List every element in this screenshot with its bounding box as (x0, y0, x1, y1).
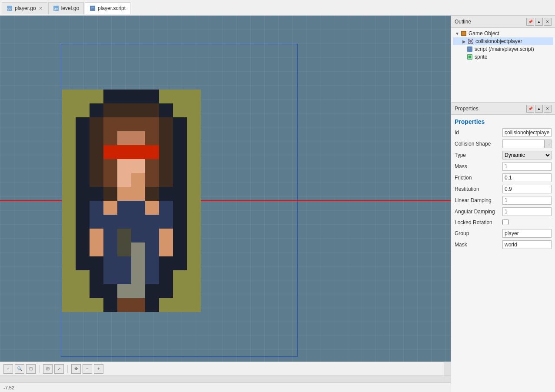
tree-item-collision[interactable]: ▶ collisionobjectplayer (453, 37, 553, 45)
svg-text:go: go (54, 7, 58, 10)
svg-text:go: go (7, 7, 11, 10)
outline-close-btn[interactable]: ✕ (544, 18, 552, 26)
tree-expand-gameobject: ▼ (455, 31, 460, 36)
scrollbar-vertical[interactable] (444, 362, 451, 375)
prop-input-restitution[interactable] (502, 185, 552, 193)
prop-row-group: Group (451, 228, 555, 239)
prop-label-restitution: Restitution (455, 186, 502, 192)
svg-rect-2 (91, 8, 93, 8)
window-controls: 📌 ▲ ✕ (526, 18, 552, 26)
toolbar-separator-2 (67, 365, 68, 373)
prop-row-linear-damping: Linear Damping (451, 195, 555, 206)
outline-float-btn[interactable]: ▲ (535, 18, 543, 26)
editor-area: ⌂ 🔍 ⊡ ⊞ ⤢ ✥ − + -7.52 (0, 16, 451, 392)
svg-rect-1 (91, 7, 94, 7)
plus-button[interactable]: + (94, 364, 103, 374)
sprite-character (62, 90, 201, 313)
minus-button[interactable]: − (83, 364, 92, 374)
sprite-canvas (62, 90, 201, 312)
prop-label-angular-damping: Angular Damping (455, 209, 502, 215)
svg-rect-14 (468, 49, 471, 49)
tab-level-go[interactable]: go level.go (48, 2, 84, 14)
editor-bottom: ⌂ 🔍 ⊡ ⊞ ⤢ ✥ − + (0, 362, 451, 382)
prop-input-collision-shape[interactable] (502, 140, 545, 148)
tree-item-script-label: script (/main/player.script) (475, 46, 534, 52)
outline-panel-header: Outline 📌 ▲ ✕ (451, 16, 555, 28)
home-button[interactable]: ⌂ (3, 364, 13, 374)
snap-button[interactable]: ⤢ (54, 364, 64, 374)
prop-checkbox-locked-rotation[interactable] (502, 219, 508, 225)
prop-value-group (502, 229, 552, 238)
svg-rect-13 (468, 48, 472, 48)
outline-header-controls: 📌 ▲ ✕ (526, 18, 552, 26)
toolbar-separator-1 (39, 365, 40, 373)
zoom-in-button[interactable]: 🔍 (15, 364, 24, 374)
tab-level-go-label: level.go (61, 5, 79, 11)
script-tree-icon (467, 46, 473, 52)
prop-select-type[interactable]: Dynamic Static Kinematic Trigger (502, 151, 552, 159)
grid-button[interactable]: ⊞ (43, 364, 53, 374)
props-close-btn[interactable]: ✕ (544, 105, 552, 113)
prop-label-group: Group (455, 230, 502, 236)
prop-row-collision-shape: Collision Shape … (451, 138, 555, 149)
prop-input-mass[interactable] (502, 162, 552, 171)
sprite-tree-icon (467, 54, 473, 60)
tab-player-go[interactable]: go player.go ✕ (2, 2, 47, 14)
prop-row-locked-rotation: Locked Rotation (451, 217, 555, 228)
properties-panel-header: Properties 📌 ▲ ✕ (451, 103, 555, 115)
prop-value-collision-shape: … (502, 140, 552, 148)
prop-input-friction[interactable] (502, 173, 552, 182)
prop-input-mask[interactable] (502, 240, 552, 249)
prop-input-id[interactable] (502, 128, 552, 137)
outline-panel: Outline 📌 ▲ ✕ ▼ Game Object (451, 16, 555, 103)
outline-pin-btn[interactable]: 📌 (526, 18, 534, 26)
tab-player-go-label: player.go (15, 5, 36, 11)
properties-panel: Properties 📌 ▲ ✕ Properties Id (451, 103, 555, 392)
prop-value-mask (502, 240, 552, 249)
tab-player-script-label: player.script (98, 5, 126, 11)
prop-row-id: Id (451, 127, 555, 138)
collision-icon (468, 38, 474, 44)
toolbar-scrollbar-row: ⌂ 🔍 ⊡ ⊞ ⤢ ✥ − + (0, 362, 451, 375)
props-window-controls: 📌 ▲ ✕ (526, 105, 552, 113)
scrollbar-horizontal[interactable] (0, 375, 444, 382)
prop-row-mass: Mass (451, 161, 555, 172)
svg-rect-8 (461, 31, 466, 36)
tree-item-sprite[interactable]: sprite (453, 53, 553, 61)
canvas-viewport[interactable] (0, 16, 451, 362)
move-button[interactable]: ✥ (71, 364, 81, 374)
scroll-corner (444, 375, 451, 382)
properties-section-title: Properties (451, 115, 555, 127)
prop-label-collision-shape: Collision Shape (455, 141, 502, 147)
tree-item-gameobject[interactable]: ▼ Game Object (453, 30, 553, 37)
go-tab-icon-player: go (7, 5, 13, 11)
script-tab-icon (90, 5, 96, 11)
right-panel: Outline 📌 ▲ ✕ ▼ Game Object (451, 16, 555, 392)
prop-value-linear-damping (502, 196, 552, 205)
fit-button[interactable]: ⊡ (26, 364, 36, 374)
props-float-btn[interactable]: ▲ (535, 105, 543, 113)
go-tab-icon-level: go (53, 5, 59, 11)
prop-input-linear-damping[interactable] (502, 196, 552, 205)
prop-input-group[interactable] (502, 229, 552, 238)
tree-item-gameobject-label: Game Object (469, 30, 499, 37)
props-pin-btn[interactable]: 📌 (526, 105, 534, 113)
gameobject-icon (461, 30, 467, 37)
prop-row-angular-damping: Angular Damping (451, 206, 555, 217)
prop-row-mask: Mask (451, 239, 555, 250)
status-bar: -7.52 (0, 382, 451, 392)
outline-tree: ▼ Game Object ▶ collisionobjectplayer (451, 28, 555, 102)
properties-content: Properties Id Collision Shape … (451, 115, 555, 392)
tab-player-script[interactable]: player.script (85, 2, 130, 14)
hscroll-row (0, 375, 451, 382)
collision-shape-browse-btn[interactable]: … (545, 140, 552, 148)
prop-label-mass: Mass (455, 163, 502, 169)
prop-row-friction: Friction (451, 172, 555, 183)
main-area: ⌂ 🔍 ⊡ ⊞ ⤢ ✥ − + -7.52 (0, 16, 555, 392)
tab-bar: player.script go level.go go player.go ✕ (0, 0, 555, 16)
outline-panel-title: Outline (455, 19, 471, 25)
props-header-controls: 📌 ▲ ✕ (526, 105, 552, 113)
tree-item-script[interactable]: script (/main/player.script) (453, 45, 553, 53)
tab-close-player-go[interactable]: ✕ (39, 6, 43, 11)
prop-input-angular-damping[interactable] (502, 207, 552, 216)
